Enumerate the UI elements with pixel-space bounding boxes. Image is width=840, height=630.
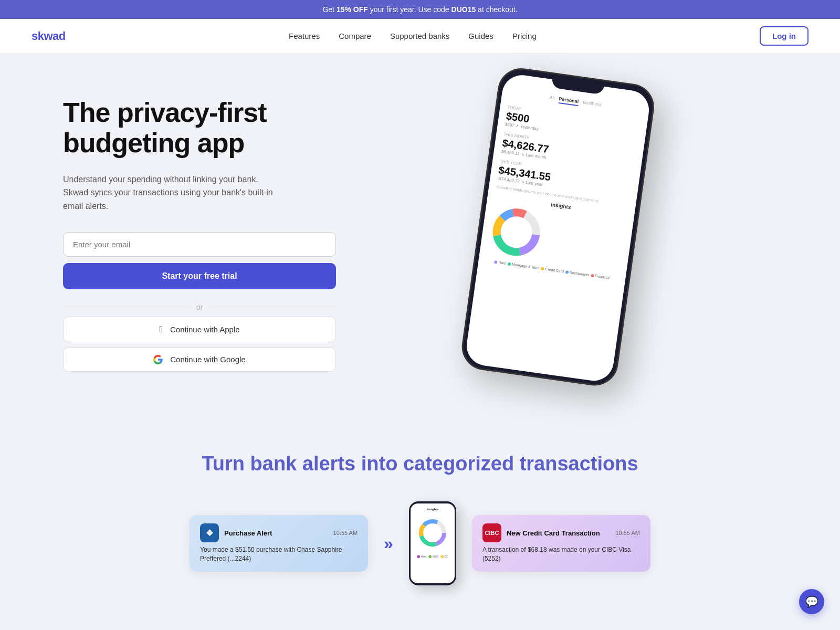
google-icon — [153, 355, 163, 364]
cibc-bank-icon: CIBC — [482, 523, 501, 542]
cibc-alert-header: CIBC New Credit Card Transaction 10:55 A… — [482, 523, 640, 542]
chart-legend: Rent Mortgage & Rent Credit Card Restaur… — [486, 259, 618, 281]
logo: skwad — [32, 29, 66, 43]
nav-features[interactable]: Features — [289, 32, 320, 40]
navbar: skwad Features Compare Supported banks G… — [0, 19, 840, 54]
hero-section: The privacy-first budgeting app Understa… — [0, 54, 840, 421]
apple-signin-button[interactable]:  Continue with Apple — [63, 317, 336, 342]
email-input[interactable] — [63, 232, 336, 257]
hero-left: The privacy-first budgeting app Understa… — [63, 98, 336, 376]
mini-donut-chart — [417, 517, 448, 549]
google-signin-button[interactable]: Continue with Google — [63, 348, 336, 372]
chat-button[interactable]: 💬 — [799, 589, 824, 614]
nav-guides[interactable]: Guides — [468, 32, 494, 40]
phone-screen: All Personal Business TODAY $500 $487 ↗ … — [464, 72, 652, 383]
hero-subtitle: Understand your spending without linking… — [63, 173, 284, 213]
nav-compare[interactable]: Compare — [339, 32, 371, 40]
mini-phone-mockup: Insights 🟣 Rent 🟢 M&R 🟡 CC — [409, 501, 456, 585]
donut-chart — [487, 203, 546, 262]
trial-button[interactable]: Start your free trial — [63, 263, 336, 289]
hero-title: The privacy-first budgeting app — [63, 98, 336, 158]
cibc-alert-card: CIBC New Credit Card Transaction 10:55 A… — [472, 515, 650, 572]
phone-mockup: All Personal Business TODAY $500 $487 ↗ … — [459, 65, 657, 388]
nav-links: Features Compare Supported banks Guides … — [289, 32, 537, 41]
promo-text: Get 15% OFF your first year. Use code DU… — [322, 5, 517, 14]
svg-point-12 — [423, 523, 442, 542]
chat-icon: 💬 — [805, 595, 818, 608]
mini-phone-screen: Insights 🟣 Rent 🟢 M&R 🟡 CC — [411, 503, 455, 583]
nav-pricing[interactable]: Pricing — [512, 32, 537, 40]
bottom-section: Turn bank alerts into categorized transa… — [0, 421, 840, 617]
hero-right: All Personal Business TODAY $500 $487 ↗ … — [336, 85, 777, 390]
divider: or — [63, 303, 336, 311]
arrows-icon: » — [384, 534, 393, 553]
login-button[interactable]: Log in — [760, 26, 808, 46]
chase-alert-card: ❖ Purchase Alert 10:55 AM You made a $51… — [190, 515, 368, 572]
apple-icon:  — [159, 324, 163, 335]
bottom-title: Turn bank alerts into categorized transa… — [42, 453, 798, 475]
chase-bank-icon: ❖ — [200, 523, 219, 542]
nav-supported-banks[interactable]: Supported banks — [390, 32, 449, 40]
promo-banner: Get 15% OFF your first year. Use code DU… — [0, 0, 840, 19]
bank-alerts-demo: ❖ Purchase Alert 10:55 AM You made a $51… — [42, 501, 798, 585]
chase-alert-header: ❖ Purchase Alert 10:55 AM — [200, 523, 358, 542]
